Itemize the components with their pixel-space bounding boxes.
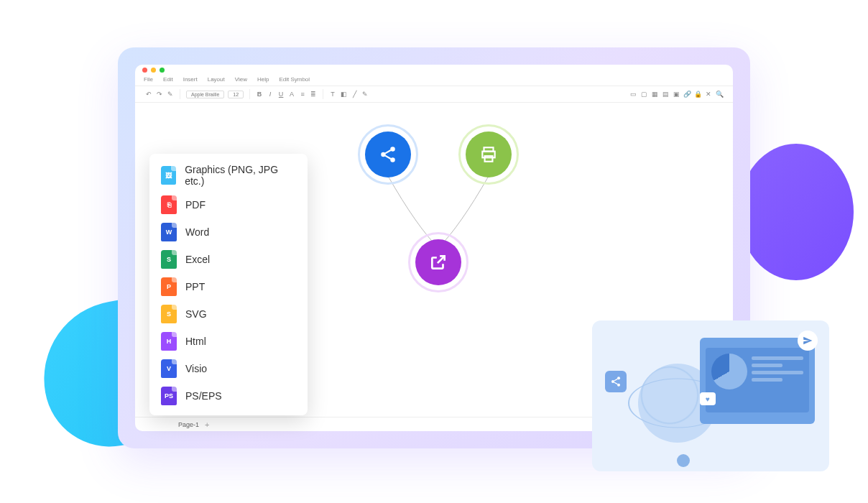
export-menu: 🖼 Graphics (PNG, JPG etc.) ⎘ PDF W Word … <box>149 154 308 415</box>
menu-insert[interactable]: Insert <box>183 76 198 83</box>
export-ppt[interactable]: P PPT <box>149 273 308 300</box>
export-visio[interactable]: V Visio <box>149 355 308 382</box>
image-icon[interactable]: ▢ <box>640 91 647 98</box>
menu-layout[interactable]: Layout <box>208 76 225 83</box>
bold-icon[interactable]: B <box>256 91 263 98</box>
ps-file-icon: PS <box>161 387 177 405</box>
settings-icon[interactable]: ✕ <box>705 91 712 98</box>
menu-view[interactable]: View <box>235 76 247 83</box>
link-icon[interactable]: 🔗 <box>683 91 691 98</box>
user-avatar-illustration <box>677 454 690 467</box>
export-svg[interactable]: S SVG <box>149 300 308 328</box>
export-pdf[interactable]: ⎘ PDF <box>149 191 308 218</box>
svg-point-8 <box>617 384 620 387</box>
export-label: PS/EPS <box>185 390 222 402</box>
export-label: Graphics (PNG, JPG etc.) <box>185 164 296 187</box>
italic-icon[interactable]: I <box>267 91 274 98</box>
export-label: Excel <box>185 254 210 265</box>
svg-point-7 <box>611 380 614 383</box>
lock-icon[interactable]: 🔒 <box>694 91 701 98</box>
chart-icon[interactable]: ▭ <box>629 91 637 98</box>
text-tool-icon[interactable]: T <box>329 91 336 98</box>
export-word[interactable]: W Word <box>149 218 308 246</box>
share-button-illustration <box>605 371 627 392</box>
pie-chart-illustration <box>711 354 747 389</box>
menubar: File Edit Insert Layout View Help Edit S… <box>135 75 733 86</box>
close-dot[interactable] <box>142 68 147 73</box>
menu-edit-symbol[interactable]: Edit Symbol <box>279 76 310 83</box>
fill-icon[interactable]: ◧ <box>340 91 347 98</box>
export-label: PPT <box>185 281 205 292</box>
pen-icon[interactable]: ✎ <box>361 91 369 98</box>
maximize-dot[interactable] <box>160 68 165 73</box>
container-icon[interactable]: ▣ <box>673 91 680 98</box>
font-name-select[interactable]: Apple Braille <box>186 91 224 98</box>
print-node[interactable] <box>466 131 512 177</box>
line-icon[interactable]: ╱ <box>351 91 358 98</box>
html-file-icon: H <box>161 332 177 351</box>
visio-file-icon: V <box>161 359 177 378</box>
export-label: Visio <box>185 363 207 374</box>
svg-point-6 <box>617 377 620 379</box>
export-label: SVG <box>185 308 207 320</box>
page-tab[interactable]: Page-1 <box>178 421 199 428</box>
export-html[interactable]: H Html <box>149 328 308 355</box>
decor-blob-right <box>739 144 854 280</box>
table-icon[interactable]: ▦ <box>651 91 658 98</box>
underline-icon[interactable]: U <box>277 91 285 98</box>
export-ps[interactable]: PS PS/EPS <box>149 382 308 410</box>
toolbar: ↶ ↷ ✎ Apple Braille 12 B I U A ≡ ≣ T ◧ <box>135 86 733 103</box>
layers-icon[interactable]: ▤ <box>662 91 669 98</box>
search-icon[interactable]: 🔍 <box>716 91 723 98</box>
pdf-file-icon: ⎘ <box>161 195 177 214</box>
like-icon: ♥ <box>700 392 716 405</box>
undo-icon[interactable]: ↶ <box>145 91 152 98</box>
window-controls <box>135 65 733 75</box>
line-height-icon[interactable]: ≣ <box>310 91 317 98</box>
export-label: PDF <box>185 199 206 211</box>
export-node[interactable] <box>415 239 461 285</box>
export-label: Html <box>185 336 206 347</box>
font-color-icon[interactable]: A <box>288 91 295 98</box>
format-painter-icon[interactable]: ✎ <box>167 91 174 98</box>
export-label: Word <box>185 226 209 238</box>
share-icon <box>610 376 622 387</box>
excel-file-icon: S <box>161 250 177 269</box>
font-size-select[interactable]: 12 <box>228 91 244 98</box>
align-icon[interactable]: ≡ <box>299 91 306 98</box>
menu-edit[interactable]: Edit <box>163 76 173 83</box>
svg-file-icon: S <box>161 305 177 323</box>
menu-file[interactable]: File <box>144 76 153 83</box>
send-icon <box>798 331 818 351</box>
export-graphics[interactable]: 🖼 Graphics (PNG, JPG etc.) <box>149 160 308 191</box>
share-node[interactable] <box>365 131 411 177</box>
image-file-icon: 🖼 <box>161 166 176 185</box>
ppt-file-icon: P <box>161 277 177 296</box>
word-file-icon: W <box>161 223 177 241</box>
share-illustration-card: ♥ <box>592 320 829 471</box>
export-excel[interactable]: S Excel <box>149 246 308 273</box>
browser-illustration <box>700 338 815 424</box>
minimize-dot[interactable] <box>151 68 156 73</box>
menu-help[interactable]: Help <box>257 76 269 83</box>
redo-icon[interactable]: ↷ <box>156 91 163 98</box>
add-page-button[interactable]: + <box>205 420 209 429</box>
